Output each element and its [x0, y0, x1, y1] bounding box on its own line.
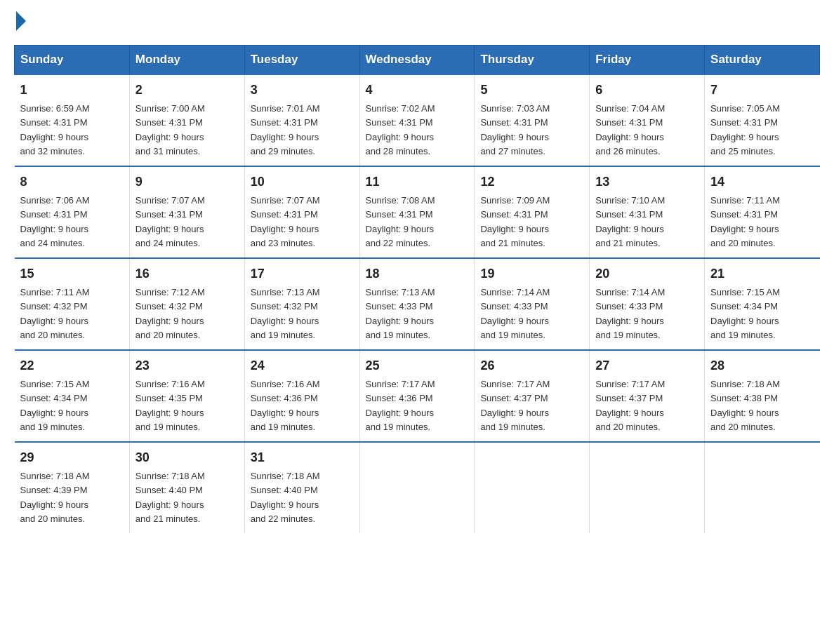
day-info: Sunrise: 7:18 AMSunset: 4:40 PMDaylight:… [251, 471, 320, 524]
day-info: Sunrise: 7:10 AMSunset: 4:31 PMDaylight:… [595, 195, 665, 248]
calendar-cell: 15 Sunrise: 7:11 AMSunset: 4:32 PMDaylig… [15, 258, 130, 350]
day-number: 5 [480, 81, 583, 100]
calendar-cell [705, 442, 820, 533]
calendar-cell: 14 Sunrise: 7:11 AMSunset: 4:31 PMDaylig… [705, 166, 820, 258]
day-number: 22 [20, 356, 124, 375]
day-info: Sunrise: 7:03 AMSunset: 4:31 PMDaylight:… [480, 103, 550, 156]
day-number: 3 [251, 81, 354, 100]
calendar-cell: 19 Sunrise: 7:14 AMSunset: 4:33 PMDaylig… [475, 258, 590, 350]
calendar-cell: 29 Sunrise: 7:18 AMSunset: 4:39 PMDaylig… [15, 442, 130, 533]
calendar-cell: 13 Sunrise: 7:10 AMSunset: 4:31 PMDaylig… [590, 166, 705, 258]
day-number: 21 [710, 264, 814, 283]
day-info: Sunrise: 6:59 AMSunset: 4:31 PMDaylight:… [20, 103, 90, 156]
day-info: Sunrise: 7:17 AMSunset: 4:36 PMDaylight:… [366, 379, 435, 432]
calendar-cell: 7 Sunrise: 7:05 AMSunset: 4:31 PMDayligh… [705, 74, 820, 166]
calendar-cell: 30 Sunrise: 7:18 AMSunset: 4:40 PMDaylig… [129, 442, 244, 533]
day-number: 12 [480, 173, 583, 192]
header-friday: Friday [590, 46, 705, 75]
day-info: Sunrise: 7:07 AMSunset: 4:31 PMDaylight:… [251, 195, 320, 248]
calendar-cell: 8 Sunrise: 7:06 AMSunset: 4:31 PMDayligh… [15, 166, 130, 258]
day-number: 29 [20, 448, 124, 467]
header-wednesday: Wednesday [359, 46, 475, 75]
header-sunday: Sunday [15, 46, 130, 75]
day-info: Sunrise: 7:12 AMSunset: 4:32 PMDaylight:… [135, 287, 205, 340]
calendar-cell: 28 Sunrise: 7:18 AMSunset: 4:38 PMDaylig… [705, 350, 820, 442]
day-number: 13 [595, 173, 699, 192]
week-row-4: 22 Sunrise: 7:15 AMSunset: 4:34 PMDaylig… [15, 350, 820, 442]
day-info: Sunrise: 7:08 AMSunset: 4:31 PMDaylight:… [366, 195, 435, 248]
day-info: Sunrise: 7:15 AMSunset: 4:34 PMDaylight:… [20, 379, 90, 432]
header-saturday: Saturday [705, 46, 820, 75]
calendar-cell: 26 Sunrise: 7:17 AMSunset: 4:37 PMDaylig… [475, 350, 590, 442]
calendar-cell: 6 Sunrise: 7:04 AMSunset: 4:31 PMDayligh… [590, 74, 705, 166]
day-info: Sunrise: 7:13 AMSunset: 4:33 PMDaylight:… [366, 287, 435, 340]
calendar-cell: 27 Sunrise: 7:17 AMSunset: 4:37 PMDaylig… [590, 350, 705, 442]
calendar-cell: 22 Sunrise: 7:15 AMSunset: 4:34 PMDaylig… [15, 350, 130, 442]
day-number: 6 [595, 81, 699, 100]
calendar-cell: 21 Sunrise: 7:15 AMSunset: 4:34 PMDaylig… [705, 258, 820, 350]
page-header [14, 14, 820, 31]
day-number: 18 [366, 264, 469, 283]
logo [14, 14, 26, 31]
day-info: Sunrise: 7:18 AMSunset: 4:40 PMDaylight:… [135, 471, 205, 524]
day-info: Sunrise: 7:18 AMSunset: 4:38 PMDaylight:… [710, 379, 780, 432]
day-info: Sunrise: 7:14 AMSunset: 4:33 PMDaylight:… [595, 287, 665, 340]
day-info: Sunrise: 7:01 AMSunset: 4:31 PMDaylight:… [251, 103, 320, 156]
day-info: Sunrise: 7:16 AMSunset: 4:35 PMDaylight:… [135, 379, 205, 432]
calendar-cell [359, 442, 475, 533]
day-number: 17 [251, 264, 354, 283]
week-row-1: 1 Sunrise: 6:59 AMSunset: 4:31 PMDayligh… [15, 74, 820, 166]
calendar-cell: 2 Sunrise: 7:00 AMSunset: 4:31 PMDayligh… [129, 74, 244, 166]
week-row-3: 15 Sunrise: 7:11 AMSunset: 4:32 PMDaylig… [15, 258, 820, 350]
day-number: 8 [20, 173, 124, 192]
day-number: 7 [710, 81, 814, 100]
logo-arrow-icon [16, 11, 26, 31]
week-row-2: 8 Sunrise: 7:06 AMSunset: 4:31 PMDayligh… [15, 166, 820, 258]
day-number: 14 [710, 173, 814, 192]
calendar-cell: 12 Sunrise: 7:09 AMSunset: 4:31 PMDaylig… [475, 166, 590, 258]
day-number: 20 [595, 264, 699, 283]
day-number: 4 [366, 81, 469, 100]
day-info: Sunrise: 7:15 AMSunset: 4:34 PMDaylight:… [710, 287, 780, 340]
calendar-cell: 11 Sunrise: 7:08 AMSunset: 4:31 PMDaylig… [359, 166, 475, 258]
day-number: 9 [135, 173, 239, 192]
day-number: 2 [135, 81, 239, 100]
day-info: Sunrise: 7:07 AMSunset: 4:31 PMDaylight:… [135, 195, 205, 248]
calendar-cell: 17 Sunrise: 7:13 AMSunset: 4:32 PMDaylig… [244, 258, 359, 350]
header-thursday: Thursday [475, 46, 590, 75]
day-number: 15 [20, 264, 124, 283]
calendar-cell [590, 442, 705, 533]
calendar-cell: 5 Sunrise: 7:03 AMSunset: 4:31 PMDayligh… [475, 74, 590, 166]
calendar-cell: 31 Sunrise: 7:18 AMSunset: 4:40 PMDaylig… [244, 442, 359, 533]
day-info: Sunrise: 7:09 AMSunset: 4:31 PMDaylight:… [480, 195, 550, 248]
calendar-cell [475, 442, 590, 533]
calendar-cell: 1 Sunrise: 6:59 AMSunset: 4:31 PMDayligh… [15, 74, 130, 166]
calendar-table: SundayMondayTuesdayWednesdayThursdayFrid… [14, 45, 820, 533]
calendar-cell: 3 Sunrise: 7:01 AMSunset: 4:31 PMDayligh… [244, 74, 359, 166]
day-number: 16 [135, 264, 239, 283]
day-info: Sunrise: 7:17 AMSunset: 4:37 PMDaylight:… [595, 379, 665, 432]
day-info: Sunrise: 7:11 AMSunset: 4:31 PMDaylight:… [710, 195, 780, 248]
day-info: Sunrise: 7:02 AMSunset: 4:31 PMDaylight:… [366, 103, 435, 156]
day-number: 31 [251, 448, 354, 467]
day-info: Sunrise: 7:17 AMSunset: 4:37 PMDaylight:… [480, 379, 550, 432]
day-info: Sunrise: 7:11 AMSunset: 4:32 PMDaylight:… [20, 287, 90, 340]
day-info: Sunrise: 7:18 AMSunset: 4:39 PMDaylight:… [20, 471, 90, 524]
day-info: Sunrise: 7:13 AMSunset: 4:32 PMDaylight:… [251, 287, 320, 340]
day-info: Sunrise: 7:06 AMSunset: 4:31 PMDaylight:… [20, 195, 90, 248]
calendar-cell: 23 Sunrise: 7:16 AMSunset: 4:35 PMDaylig… [129, 350, 244, 442]
day-number: 19 [480, 264, 583, 283]
day-number: 27 [595, 356, 699, 375]
header-tuesday: Tuesday [244, 46, 359, 75]
header-monday: Monday [129, 46, 244, 75]
day-info: Sunrise: 7:00 AMSunset: 4:31 PMDaylight:… [135, 103, 205, 156]
calendar-cell: 25 Sunrise: 7:17 AMSunset: 4:36 PMDaylig… [359, 350, 475, 442]
calendar-cell: 4 Sunrise: 7:02 AMSunset: 4:31 PMDayligh… [359, 74, 475, 166]
day-info: Sunrise: 7:04 AMSunset: 4:31 PMDaylight:… [595, 103, 665, 156]
day-number: 11 [366, 173, 469, 192]
day-number: 30 [135, 448, 239, 467]
day-number: 28 [710, 356, 814, 375]
calendar-cell: 10 Sunrise: 7:07 AMSunset: 4:31 PMDaylig… [244, 166, 359, 258]
day-info: Sunrise: 7:14 AMSunset: 4:33 PMDaylight:… [480, 287, 550, 340]
calendar-cell: 9 Sunrise: 7:07 AMSunset: 4:31 PMDayligh… [129, 166, 244, 258]
